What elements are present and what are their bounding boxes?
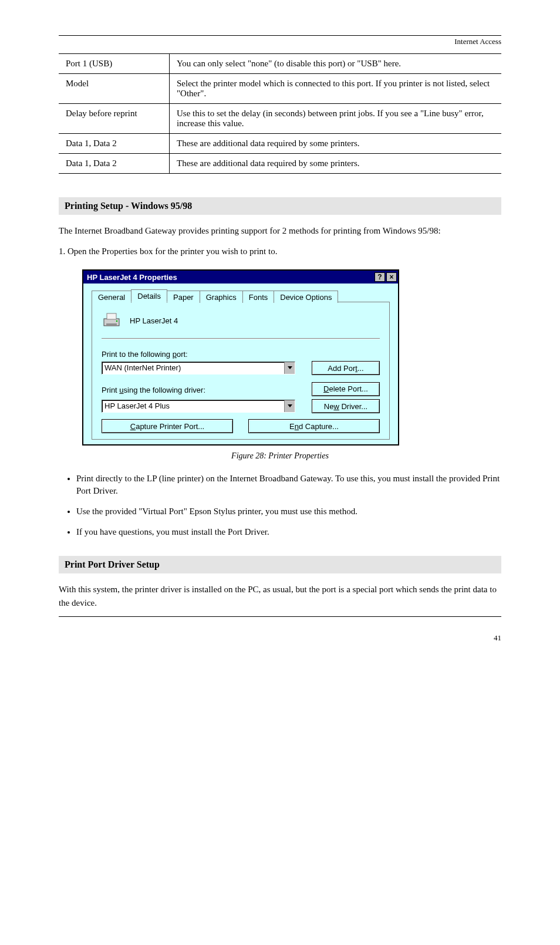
feature-bullets: Print directly to the LP (line printer) … bbox=[76, 473, 501, 538]
tab-details[interactable]: Details bbox=[131, 289, 167, 302]
table-cell-name: Data 1, Data 2 bbox=[59, 134, 170, 154]
svg-point-3 bbox=[116, 320, 118, 322]
section2-paragraph: With this system, the printer driver is … bbox=[59, 583, 501, 609]
dialog-titlebar[interactable]: HP LaserJet 4 Properties ? × bbox=[83, 271, 398, 284]
capture-port-button[interactable]: Capture Printer Port... bbox=[102, 419, 233, 433]
table-row: ModelSelect the printer model which is c… bbox=[59, 74, 501, 104]
driver-combobox[interactable]: HP LaserJet 4 Plus bbox=[102, 400, 295, 413]
tab-paper[interactable]: Paper bbox=[167, 291, 200, 303]
svg-marker-5 bbox=[288, 404, 292, 407]
details-tab-panel: HP LaserJet 4 Print to the following por… bbox=[92, 302, 390, 440]
printer-properties-dialog: HP LaserJet 4 Properties ? × GeneralDeta… bbox=[82, 269, 399, 446]
section-heading-printing-setup: Printing Setup - Windows 95/98 bbox=[59, 197, 501, 215]
table-row: Delay before reprintUse this to set the … bbox=[59, 104, 501, 134]
section1-step1: 1. Open the Properties box for the print… bbox=[59, 245, 501, 258]
tab-fonts[interactable]: Fonts bbox=[242, 291, 275, 303]
tab-general[interactable]: General bbox=[92, 291, 131, 303]
dropdown-icon[interactable] bbox=[284, 362, 295, 374]
dialog-title: HP LaserJet 4 Properties bbox=[87, 273, 373, 282]
list-item: Use the provided "Virtual Port" Epson St… bbox=[76, 505, 501, 518]
driver-value: HP LaserJet 4 Plus bbox=[102, 400, 284, 412]
table-cell-name: Port 1 (USB) bbox=[59, 54, 170, 74]
page-number: 41 bbox=[494, 633, 501, 643]
svg-rect-2 bbox=[106, 323, 117, 326]
tab-strip: GeneralDetailsPaperGraphicsFontsDevice O… bbox=[92, 289, 390, 302]
tab-device-options[interactable]: Device Options bbox=[274, 291, 338, 303]
page-footer: 41 bbox=[59, 633, 501, 643]
table-cell-desc: Select the printer model which is connec… bbox=[170, 74, 502, 104]
printer-name-label: HP LaserJet 4 bbox=[130, 316, 178, 325]
close-button[interactable]: × bbox=[386, 272, 397, 282]
end-capture-button[interactable]: End Capture... bbox=[248, 419, 380, 433]
table-cell-name: Delay before reprint bbox=[59, 104, 170, 134]
port-value: WAN (InterNet Printer) bbox=[102, 362, 284, 374]
section-heading-driver-setup: Print Port Driver Setup bbox=[59, 556, 501, 573]
page-bottom-rule bbox=[59, 616, 501, 617]
table-cell-name: Model bbox=[59, 74, 170, 104]
table-cell-name: Data 1, Data 2 bbox=[59, 154, 170, 174]
dropdown-icon[interactable] bbox=[284, 400, 295, 412]
list-item: If you have questions, you must install … bbox=[76, 526, 501, 538]
table-cell-desc: Use this to set the delay (in seconds) b… bbox=[170, 104, 502, 134]
new-driver-button[interactable]: New Driver... bbox=[312, 399, 380, 413]
table-row: Data 1, Data 2These are additional data … bbox=[59, 134, 501, 154]
port-label: Print to the following port: bbox=[102, 350, 380, 359]
delete-port-button[interactable]: Delete Port... bbox=[312, 382, 380, 396]
driver-label: Print using the following driver: bbox=[102, 386, 295, 394]
svg-marker-4 bbox=[288, 366, 292, 369]
figure-caption: Figure 28: Printer Properties bbox=[59, 451, 501, 461]
table-cell-desc: You can only select "none" (to disable t… bbox=[170, 54, 502, 74]
table-row: Port 1 (USB)You can only select "none" (… bbox=[59, 54, 501, 74]
add-port-button[interactable]: Add Port... bbox=[312, 361, 380, 375]
table-row: Data 1, Data 2These are additional data … bbox=[59, 154, 501, 174]
table-cell-desc: These are additional data required by so… bbox=[170, 154, 502, 174]
page-header-right: Internet Access bbox=[59, 36, 501, 53]
section1-paragraph: The Internet Broadband Gateway provides … bbox=[59, 224, 501, 238]
port-combobox[interactable]: WAN (InterNet Printer) bbox=[102, 362, 295, 374]
table-cell-desc: These are additional data required by so… bbox=[170, 134, 502, 154]
help-button[interactable]: ? bbox=[375, 272, 385, 282]
tab-graphics[interactable]: Graphics bbox=[200, 291, 243, 303]
list-item: Print directly to the LP (line printer) … bbox=[76, 473, 501, 497]
settings-table: Port 1 (USB)You can only select "none" (… bbox=[59, 53, 501, 174]
divider bbox=[102, 338, 380, 339]
printer-icon bbox=[102, 312, 122, 330]
svg-rect-1 bbox=[107, 313, 116, 319]
